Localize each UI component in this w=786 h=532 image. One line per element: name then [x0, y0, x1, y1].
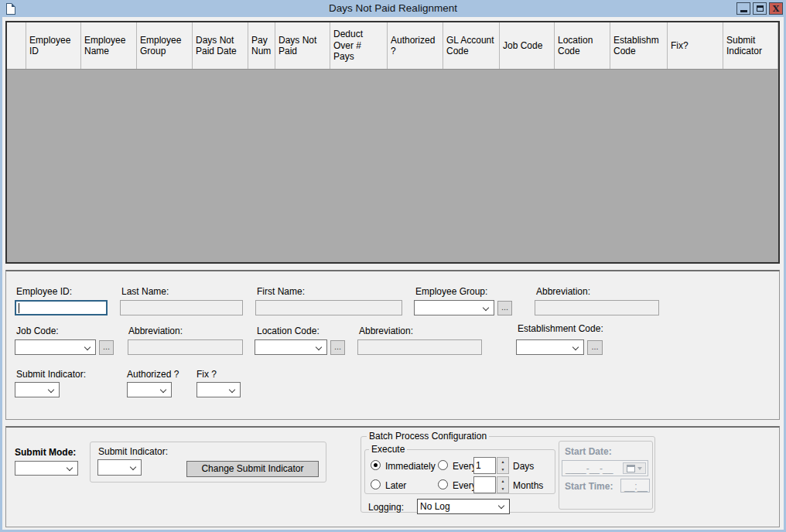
action-panel: Submit Mode: Submit Indicator: Change Su… [5, 426, 780, 527]
start-time-label: Start Time: [565, 481, 613, 492]
days-not-paid-grid: Employee ID Employee Name Employee Group… [5, 21, 780, 264]
job-code-browse-button[interactable]: ... [99, 340, 114, 355]
execute-later-radio[interactable] [371, 479, 381, 489]
col-header-establishment-code[interactable]: Establishm Code [610, 22, 668, 69]
establishment-code-browse-button[interactable]: ... [587, 340, 603, 355]
spin-down-icon[interactable]: ▼ [497, 485, 508, 493]
maximize-button[interactable] [753, 2, 767, 15]
grid-header: Employee ID Employee Name Employee Group… [7, 22, 778, 70]
start-time-input: __:__ [620, 479, 650, 493]
change-submit-indicator-button[interactable]: Change Submit Indicator [186, 461, 319, 477]
job-code-label: Job Code: [16, 326, 59, 336]
minimize-button[interactable] [736, 2, 750, 15]
location-abbreviation-input [357, 339, 482, 355]
execute-every-days-radio[interactable] [438, 460, 448, 470]
job-abbreviation-input [128, 339, 243, 355]
app-window: Days Not Paid Realignment X Employee ID … [0, 0, 786, 532]
execute-every-months-radio[interactable] [438, 479, 448, 489]
grid-body-empty [7, 70, 778, 264]
submit-mode-label: Submit Mode: [15, 447, 76, 458]
col-header-employee-group[interactable]: Employee Group [137, 22, 193, 69]
spin-up-icon[interactable]: ▲ [497, 477, 508, 485]
text-caret [19, 303, 19, 313]
first-name-label: First Name: [257, 286, 305, 297]
months-unit-label: Months [513, 480, 543, 491]
maximize-icon [757, 5, 764, 12]
execute-immediately-radio[interactable] [371, 460, 381, 470]
calendar-icon [627, 465, 635, 472]
start-date-label: Start Date: [565, 446, 612, 457]
start-date-input: ____-__-__ [562, 460, 648, 476]
every-months-spinner[interactable]: ▲▼ [497, 476, 509, 493]
start-date-mask: ____-__-__ [566, 463, 613, 474]
job-abbreviation-label: Abbreviation: [128, 326, 183, 336]
immediately-label: Immediately [385, 461, 436, 472]
col-header-gl-account-code[interactable]: GL Account Code [443, 22, 500, 69]
titlebar[interactable]: Days Not Paid Realignment X [0, 0, 786, 17]
batch-process-title: Batch Process Configuration [367, 431, 489, 442]
logging-select[interactable]: No Log [417, 499, 510, 514]
group-abbreviation-input [535, 300, 659, 315]
location-code-label: Location Code: [257, 326, 320, 336]
employee-id-label: Employee ID: [16, 286, 72, 297]
first-name-input [255, 300, 402, 315]
every-months-input[interactable] [473, 476, 496, 493]
fix-label: Fix ? [196, 369, 217, 380]
col-header-deduct-over-pays[interactable]: Deduct Over # Pays [330, 22, 388, 69]
chevron-down-icon [637, 467, 642, 470]
later-label: Later [385, 480, 406, 491]
location-code-browse-button[interactable]: ... [330, 340, 345, 355]
col-header-job-code[interactable]: Job Code [500, 22, 555, 69]
close-button[interactable]: X [769, 2, 783, 15]
col-header-employee-name[interactable]: Employee Name [81, 22, 137, 69]
col-header-fix[interactable]: Fix? [668, 22, 723, 69]
col-header-days-not-paid[interactable]: Days Not Paid [275, 22, 330, 69]
col-header-days-not-paid-date[interactable]: Days Not Paid Date [193, 22, 248, 69]
col-header-row-selector[interactable] [7, 22, 26, 69]
employee-group-browse-button[interactable]: ... [497, 301, 512, 315]
col-header-employee-id[interactable]: Employee ID [26, 22, 81, 69]
minimize-icon [740, 10, 747, 12]
every-days-spinner[interactable]: ▲▼ [497, 457, 509, 474]
location-abbreviation-label: Abbreviation: [359, 326, 413, 336]
detail-panel: Employee ID: Last Name: First Name: Empl… [5, 270, 780, 420]
col-header-submit-indicator[interactable]: Submit Indicator [723, 22, 778, 69]
last-name-label: Last Name: [121, 286, 169, 297]
last-name-input [120, 300, 243, 315]
employee-group-label: Employee Group: [415, 286, 487, 297]
window-title: Days Not Paid Realignment [0, 2, 786, 14]
establishment-code-label: Establishment Code: [518, 323, 603, 334]
authorized-label: Authorized ? [127, 369, 179, 380]
col-header-pay-num[interactable]: Pay Num [248, 22, 275, 69]
employee-id-input[interactable] [15, 300, 108, 315]
days-unit-label: Days [513, 461, 534, 472]
col-header-location-code[interactable]: Location Code [555, 22, 610, 69]
spin-up-icon[interactable]: ▲ [497, 458, 508, 466]
close-icon: X [773, 4, 780, 14]
group-abbreviation-label: Abbreviation: [536, 286, 590, 297]
window-content: Employee ID Employee Name Employee Group… [2, 17, 784, 530]
footer-submit-indicator-label: Submit Indicator: [98, 446, 168, 457]
calendar-picker-button [623, 462, 646, 474]
logging-label: Logging: [368, 502, 404, 513]
spin-down-icon[interactable]: ▼ [497, 466, 508, 473]
col-header-authorized[interactable]: Authorized ? [388, 22, 443, 69]
execute-title: Execute [369, 444, 407, 455]
submit-indicator-label: Submit Indicator: [16, 369, 86, 380]
every-days-input[interactable]: 1 [473, 457, 496, 474]
